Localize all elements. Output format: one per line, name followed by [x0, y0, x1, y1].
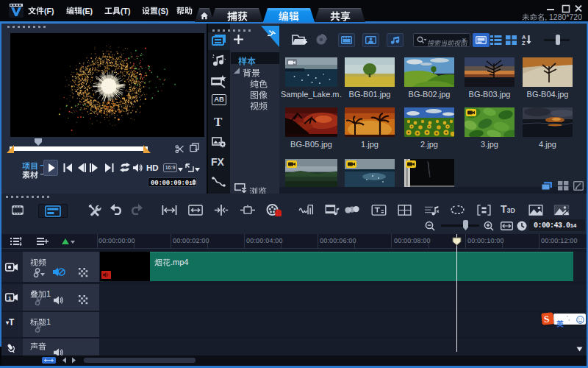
- svg-text:1: 1: [8, 295, 12, 302]
